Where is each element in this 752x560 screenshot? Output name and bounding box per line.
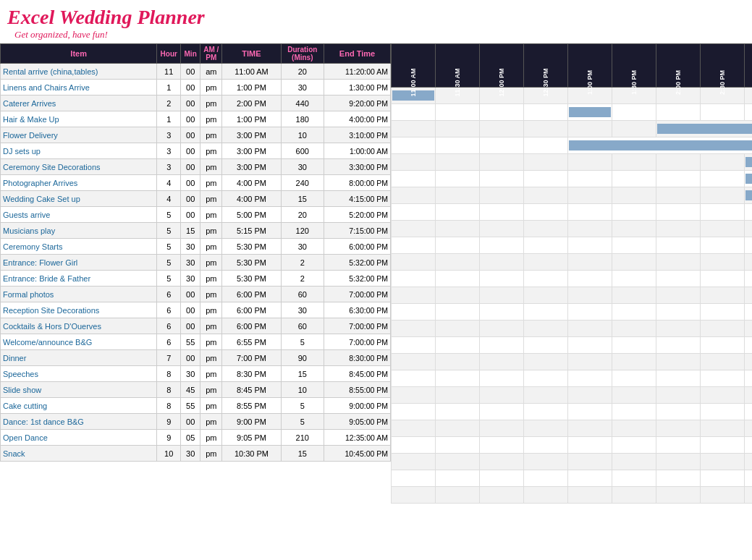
endtime-cell: 9:05:00 PM <box>324 414 391 430</box>
gantt-cell <box>656 321 701 337</box>
app-header: Excel Wedding Planner Get organized, hav… <box>0 0 752 43</box>
time-cell: 6:00 PM <box>222 302 281 318</box>
gantt-cell <box>392 304 436 321</box>
duration-cell: 120 <box>281 223 324 239</box>
endtime-cell: 4:00:00 PM <box>324 111 391 127</box>
gantt-cell <box>745 221 753 237</box>
gantt-cell <box>568 420 612 437</box>
gantt-time-header: 12:00 PM <box>480 44 524 88</box>
gantt-cell <box>701 154 745 171</box>
gantt-cell <box>392 104 436 121</box>
gantt-row <box>392 454 753 470</box>
gantt-cell <box>480 470 524 487</box>
gantt-time-header: 2:00 PM <box>656 44 701 88</box>
endtime-cell: 8:55:00 PM <box>324 382 391 398</box>
time-cell: 7:00 PM <box>222 350 281 366</box>
gantt-cell <box>701 354 745 370</box>
gantt-row <box>392 88 753 104</box>
gantt-cell <box>436 321 480 337</box>
gantt-chart: 11:00 AM11:30 AM12:00 PM12:30 PM1:00 PM1… <box>391 43 752 504</box>
gantt-cell <box>701 204 745 221</box>
gantt-cell <box>392 470 436 487</box>
gantt-cell <box>701 104 745 121</box>
table-row: Ceremony Starts 5 30 pm 5:30 PM 30 6:00:… <box>1 239 391 255</box>
ampm-cell: am <box>200 64 222 80</box>
gantt-cell <box>436 354 480 370</box>
gantt-section[interactable]: 11:00 AM11:30 AM12:00 PM12:30 PM1:00 PM1… <box>391 43 752 504</box>
gantt-row <box>392 137 753 154</box>
endtime-cell: 7:00:00 PM <box>324 287 391 302</box>
time-cell: 8:55 PM <box>222 398 281 414</box>
gantt-time-header: 3:00 PM <box>745 44 753 88</box>
hour-cell: 3 <box>157 127 181 143</box>
gantt-row <box>392 204 753 221</box>
item-name: Caterer Arrives <box>1 96 157 111</box>
table-row: Rental arrive (china,tables) 11 00 am 11… <box>1 64 391 80</box>
gantt-cell <box>480 304 524 321</box>
gantt-cell <box>745 470 753 487</box>
gantt-cell <box>480 404 524 420</box>
table-row: Snack 10 30 pm 10:30 PM 15 10:45:00 PM <box>1 446 391 462</box>
gantt-cell <box>524 404 568 420</box>
duration-cell: 15 <box>281 446 324 462</box>
gantt-cell <box>745 187 753 204</box>
gantt-cell <box>568 237 612 254</box>
main-content: Item Hour Min AM / PM TIME Duration (Min… <box>0 43 752 504</box>
left-data-section: Item Hour Min AM / PM TIME Duration (Min… <box>0 43 391 504</box>
gantt-cell <box>392 337 436 354</box>
item-name: Musicians play <box>1 223 157 239</box>
hour-cell: 6 <box>157 287 181 302</box>
gantt-cell <box>436 437 480 454</box>
gantt-cell <box>568 404 612 420</box>
gantt-cell <box>656 104 701 121</box>
gantt-body <box>392 88 753 504</box>
gantt-cell <box>524 271 568 287</box>
gantt-row <box>392 237 753 254</box>
gantt-cell <box>656 437 701 454</box>
hour-cell: 5 <box>157 271 181 287</box>
hour-cell: 11 <box>157 64 181 80</box>
table-row: Caterer Arrives 2 00 pm 2:00 PM 440 9:20… <box>1 96 391 111</box>
gantt-cell <box>745 420 753 437</box>
item-name: Welcome/announce B&G <box>1 334 157 350</box>
col-item: Item <box>1 44 157 64</box>
gantt-cell <box>568 121 612 137</box>
table-row: Wedding Cake Set up 4 00 pm 4:00 PM 15 4… <box>1 191 391 207</box>
gantt-cell <box>612 437 656 454</box>
item-name: Linens and Chairs Arrive <box>1 80 157 96</box>
table-row: Flower Delivery 3 00 pm 3:00 PM 10 3:10:… <box>1 127 391 143</box>
endtime-cell: 1:00:00 AM <box>324 143 391 159</box>
ampm-cell: pm <box>200 302 222 318</box>
gantt-cell <box>701 187 745 204</box>
ampm-cell: pm <box>200 175 222 191</box>
gantt-cell <box>524 287 568 304</box>
gantt-cell <box>436 271 480 287</box>
hour-cell: 1 <box>157 80 181 96</box>
gantt-cell <box>568 337 612 354</box>
table-row: Open Dance 9 05 pm 9:05 PM 210 12:35:00 … <box>1 430 391 446</box>
ampm-cell: pm <box>200 143 222 159</box>
gantt-cell <box>568 104 612 121</box>
table-row: Linens and Chairs Arrive 1 00 pm 1:00 PM… <box>1 80 391 96</box>
gantt-cell <box>745 88 753 104</box>
gantt-row <box>392 321 753 337</box>
table-row: DJ sets up 3 00 pm 3:00 PM 600 1:00:00 A… <box>1 143 391 159</box>
ampm-cell: pm <box>200 191 222 207</box>
gantt-cell <box>745 321 753 337</box>
time-cell: 6:00 PM <box>222 318 281 334</box>
hour-cell: 3 <box>157 159 181 175</box>
gantt-cell <box>436 204 480 221</box>
hour-cell: 5 <box>157 255 181 271</box>
gantt-cell <box>612 237 656 254</box>
col-min: Min <box>181 44 200 64</box>
gantt-cell <box>612 470 656 487</box>
duration-cell: 30 <box>281 80 324 96</box>
hour-cell: 8 <box>157 382 181 398</box>
gantt-bar <box>569 107 611 117</box>
gantt-cell <box>436 304 480 321</box>
gantt-cell <box>656 454 701 470</box>
hour-cell: 4 <box>157 175 181 191</box>
ampm-cell: pm <box>200 287 222 302</box>
gantt-cell <box>656 271 701 287</box>
gantt-cell <box>436 404 480 420</box>
